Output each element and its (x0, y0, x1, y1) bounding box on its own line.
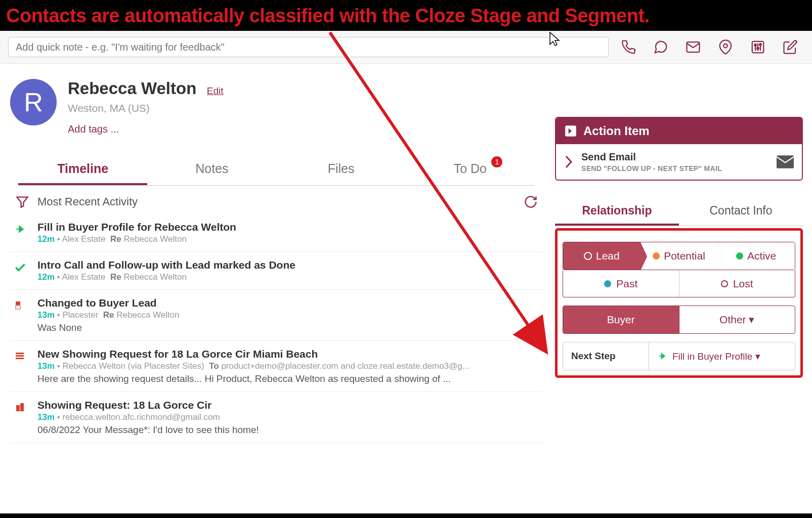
stage-row: Lead Potential Active (563, 242, 795, 270)
tab-notes[interactable]: Notes (147, 154, 276, 185)
segment-buyer[interactable]: Buyer (563, 306, 679, 333)
segment-row: Buyer Other ▾ (563, 306, 795, 334)
timeline-title: Intro Call and Follow-up with Lead marke… (37, 259, 538, 271)
svg-rect-12 (16, 353, 24, 354)
settings-icon[interactable] (750, 39, 765, 55)
timeline-extra: Here are the showing request details... … (37, 373, 538, 384)
topbar (0, 31, 812, 64)
timeline-item[interactable]: Showing Request: 18 La Gorce Cir 13m • r… (9, 392, 544, 443)
arrow-right-icon (12, 221, 28, 244)
timeline-item[interactable]: Changed to Buyer Lead 13m • Placester Re… (9, 290, 544, 341)
svg-point-9 (759, 44, 761, 46)
timeline-extra: 06/8/2022 Your Message*: I'd love to see… (37, 424, 538, 436)
svg-rect-11 (16, 306, 20, 309)
timeline-title: New Showing Request for 18 La Gorce Cir … (37, 348, 538, 360)
svg-rect-10 (16, 301, 20, 305)
main-tabs: Timeline Notes Files To Do 1 (18, 154, 535, 186)
contact-name: Rebecca Welton (68, 79, 196, 98)
tab-files[interactable]: Files (277, 154, 406, 185)
stage-active[interactable]: Active (717, 242, 795, 270)
action-item-panel: Action Item Send Email SEND "FOLLOW UP -… (555, 117, 803, 181)
avatar: R (10, 79, 57, 125)
stage-row-2: Past Lost (563, 270, 795, 297)
timeline-title: Showing Request: 18 La Gorce Cir (37, 399, 538, 411)
timeline-item[interactable]: Intro Call and Follow-up with Lead marke… (9, 252, 544, 290)
stage-lost[interactable]: Lost (679, 270, 795, 297)
stage-segment-highlight: Lead Potential Active Past Lost Buyer Ot… (555, 228, 803, 378)
quicknote-input[interactable] (8, 37, 609, 57)
refresh-icon[interactable] (524, 195, 538, 209)
svg-rect-15 (16, 405, 20, 411)
action-header: Action Item (583, 124, 650, 138)
svg-rect-13 (16, 355, 24, 357)
segment-other[interactable]: Other ▾ (679, 306, 795, 333)
svg-point-2 (723, 44, 728, 48)
annotation-banner: Contacts are automatically classified wi… (0, 0, 812, 31)
building-icon (12, 399, 28, 436)
svg-rect-16 (20, 403, 24, 411)
tab-timeline[interactable]: Timeline (18, 154, 147, 185)
timeline-extra: Was None (37, 322, 538, 333)
cursor-icon (549, 31, 561, 47)
timeline-title: Changed to Buyer Lead (37, 297, 538, 309)
svg-rect-18 (777, 155, 794, 168)
chat-icon[interactable] (653, 39, 668, 55)
filter-icon[interactable] (15, 195, 29, 209)
phone-icon[interactable] (621, 39, 636, 55)
svg-point-8 (757, 48, 759, 50)
next-step-value[interactable]: Fill in Buyer Profile ▾ (649, 351, 795, 362)
compose-icon[interactable] (783, 39, 798, 55)
tab-relationship[interactable]: Relationship (555, 198, 679, 226)
next-step-row: Next Step Fill in Buyer Profile ▾ (563, 342, 795, 370)
action-item-row[interactable]: Send Email SEND "FOLLOW UP - NEXT STEP" … (556, 144, 802, 180)
envelope-icon (777, 155, 794, 168)
relationship-tabs: Relationship Contact Info (555, 198, 803, 226)
tab-todo-label: To Do (454, 161, 487, 176)
timeline-title: Fill in Buyer Profile for Rebecca Welton (37, 221, 538, 233)
action-title: Send Email (581, 151, 768, 163)
location-icon[interactable] (718, 39, 733, 55)
stage-past[interactable]: Past (563, 270, 679, 297)
arrow-right-icon (657, 351, 667, 361)
tag-icon (12, 297, 28, 333)
next-step-label: Next Step (563, 342, 649, 370)
timeline-item[interactable]: New Showing Request for 18 La Gorce Cir … (9, 341, 544, 392)
stage-lead[interactable]: Lead (563, 242, 640, 270)
action-sub: SEND "FOLLOW UP - NEXT STEP" MAIL (581, 164, 768, 172)
contact-location: Weston, MA (US) (68, 102, 224, 114)
svg-rect-14 (16, 358, 24, 359)
add-tags-link[interactable]: Add tags ... (68, 123, 224, 135)
stage-potential[interactable]: Potential (640, 242, 718, 270)
filter-label: Most Recent Activity (37, 195, 516, 208)
arrow-box-icon (564, 124, 577, 138)
annotation-text: Contacts are automatically classified wi… (6, 5, 650, 26)
chevron-right-icon (564, 154, 573, 169)
stack-icon (12, 348, 28, 384)
todo-badge: 1 (491, 156, 502, 167)
mail-icon[interactable] (686, 39, 701, 55)
svg-point-7 (754, 44, 756, 46)
check-icon (12, 259, 28, 282)
edit-link[interactable]: Edit (207, 85, 224, 96)
tab-todo[interactable]: To Do 1 (406, 154, 535, 185)
tab-contactinfo[interactable]: Contact Info (679, 198, 803, 226)
timeline-item[interactable]: Fill in Buyer Profile for Rebecca Welton… (9, 214, 544, 252)
